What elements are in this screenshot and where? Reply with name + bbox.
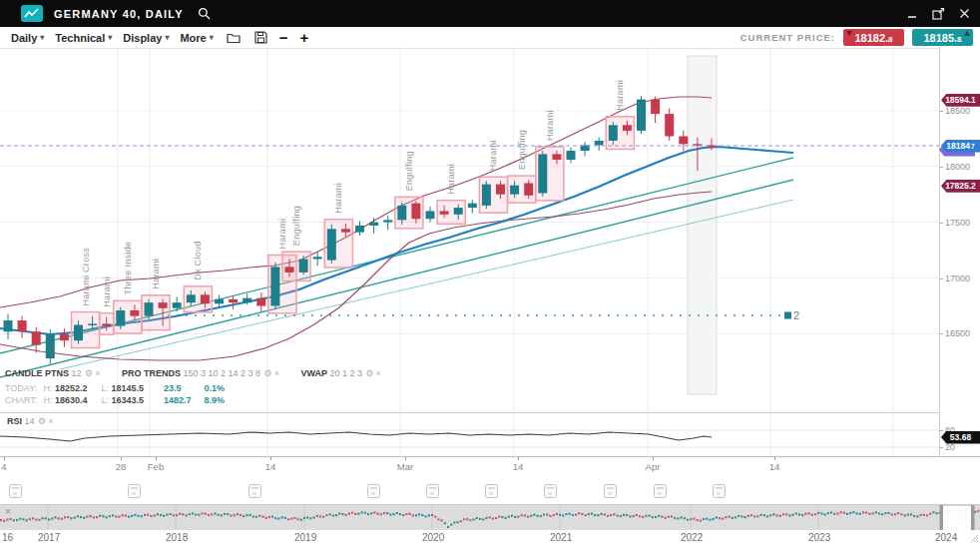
navigator-handle-right[interactable] xyxy=(971,505,975,531)
candle-body[interactable] xyxy=(426,211,435,219)
candle-body[interactable] xyxy=(256,298,265,306)
candle-body[interactable] xyxy=(187,294,196,302)
candle-body[interactable] xyxy=(46,333,55,358)
candle-body[interactable] xyxy=(60,333,69,340)
candle-body[interactable] xyxy=(623,125,632,131)
remove-indicator-icon[interactable]: × xyxy=(48,416,53,426)
calendar-event-icon[interactable] xyxy=(248,484,261,498)
close-icon[interactable] xyxy=(959,8,970,19)
time-axis[interactable]: 428Feb14Mar14Apr14 xyxy=(0,456,980,476)
candle-body[interactable] xyxy=(341,229,350,232)
navigator-series-dash xyxy=(348,513,350,515)
candle-body[interactable] xyxy=(411,204,420,220)
navigator-series-dash xyxy=(856,512,858,514)
candle-body[interactable] xyxy=(145,302,154,315)
time-tick-label: Apr xyxy=(646,461,661,472)
candle-body[interactable] xyxy=(369,223,378,226)
candle-body[interactable] xyxy=(440,211,449,214)
candle-body[interactable] xyxy=(595,141,604,145)
candle-body[interactable] xyxy=(567,151,576,160)
zoom-in-button[interactable]: + xyxy=(299,30,308,45)
candle-body[interactable] xyxy=(102,323,111,325)
gear-icon[interactable]: ⚙ xyxy=(365,368,373,378)
remove-indicator-icon[interactable]: × xyxy=(274,368,279,378)
rsi-legend[interactable]: RSI 14 ⚙× xyxy=(7,416,54,426)
sell-price-button[interactable]: 18182.8 xyxy=(843,29,904,46)
calendar-event-icon[interactable] xyxy=(485,484,498,498)
calendar-event-icon[interactable] xyxy=(544,484,557,498)
candle-body[interactable] xyxy=(299,260,308,273)
candle-body[interactable] xyxy=(88,323,97,325)
candle-body[interactable] xyxy=(637,100,646,131)
candle-body[interactable] xyxy=(383,220,392,222)
history-navigator[interactable]: × xyxy=(0,504,980,531)
vwap-indicator[interactable]: VWAP 20 1 2 3 ⚙× xyxy=(300,368,381,378)
remove-indicator-icon[interactable]: × xyxy=(95,368,100,378)
gear-icon[interactable]: ⚙ xyxy=(264,368,272,378)
candle-body[interactable] xyxy=(32,331,41,344)
candle-body[interactable] xyxy=(173,302,182,308)
calendar-event-icon[interactable] xyxy=(128,484,141,498)
calendar-event-icon[interactable] xyxy=(426,484,439,498)
navigator-selection-window[interactable] xyxy=(942,505,972,531)
navigator-close-icon[interactable]: × xyxy=(5,506,11,517)
menu-daily[interactable]: Daily▾ xyxy=(11,32,44,44)
popout-icon[interactable] xyxy=(932,8,945,20)
navigator-series-dash xyxy=(569,513,571,515)
buy-price-button[interactable]: 18185.8 xyxy=(912,29,973,46)
candle-patterns-indicator[interactable]: CANDLE PTNS 12 ⚙× xyxy=(5,368,104,378)
candle-body[interactable] xyxy=(482,185,491,206)
candle-body[interactable] xyxy=(270,267,279,305)
candle-body[interactable] xyxy=(538,154,547,193)
candle-body[interactable] xyxy=(651,100,660,115)
gear-icon[interactable]: ⚙ xyxy=(85,368,93,378)
calendar-event-icon[interactable] xyxy=(654,484,667,498)
calendar-event-icon[interactable] xyxy=(9,484,22,498)
candle-body[interactable] xyxy=(159,302,168,308)
candle-body[interactable] xyxy=(327,229,336,260)
remove-indicator-icon[interactable]: × xyxy=(376,368,381,378)
candle-body[interactable] xyxy=(510,186,519,195)
price-tick-label: 17000 xyxy=(945,274,970,283)
calendar-event-icon[interactable] xyxy=(604,484,617,498)
candle-body[interactable] xyxy=(524,183,533,195)
candle-body[interactable] xyxy=(74,325,83,341)
candle-body[interactable] xyxy=(496,185,505,195)
navigator-series-dash xyxy=(463,518,465,520)
calendar-event-icon[interactable] xyxy=(367,484,380,498)
pattern-label: Dk Cloud xyxy=(193,241,203,279)
candle-body[interactable] xyxy=(313,257,322,259)
candle-body[interactable] xyxy=(18,320,27,331)
menu-more[interactable]: More▾ xyxy=(180,32,213,44)
search-icon[interactable] xyxy=(198,7,211,20)
save-icon[interactable] xyxy=(254,31,267,44)
candle-body[interactable] xyxy=(229,299,238,302)
candle-body[interactable] xyxy=(679,136,688,144)
forecast-region[interactable] xyxy=(688,56,717,394)
price-axis[interactable]: 185001800017500170001650018594.118184717… xyxy=(939,47,980,456)
candle-body[interactable] xyxy=(215,299,224,303)
candle-body[interactable] xyxy=(130,310,139,316)
resize-handle[interactable] xyxy=(970,529,979,547)
candle-body[interactable] xyxy=(4,320,13,331)
candle-body[interactable] xyxy=(285,267,294,273)
navigator-handle-left[interactable] xyxy=(940,505,944,531)
candle-body[interactable] xyxy=(454,208,463,215)
menu-display[interactable]: Display▾ xyxy=(123,32,169,44)
candle-body[interactable] xyxy=(201,294,210,303)
candle-body[interactable] xyxy=(243,298,251,302)
calendar-event-icon[interactable] xyxy=(713,484,726,498)
candle-body[interactable] xyxy=(468,204,477,208)
candle-body[interactable] xyxy=(397,206,406,221)
menu-technical[interactable]: Technical▾ xyxy=(55,32,112,44)
minimize-icon[interactable] xyxy=(907,8,918,19)
pro-trends-indicator[interactable]: PRO TRENDS 150 3 10 2 14 2 3 8 ⚙× xyxy=(122,368,282,378)
candle-body[interactable] xyxy=(665,114,674,136)
candle-body[interactable] xyxy=(355,226,364,233)
candle-body[interactable] xyxy=(552,154,561,160)
candle-body[interactable] xyxy=(116,310,125,326)
gear-icon[interactable]: ⚙ xyxy=(38,416,46,426)
open-folder-icon[interactable] xyxy=(227,32,242,44)
zoom-out-button[interactable]: − xyxy=(279,30,288,45)
candle-body[interactable] xyxy=(609,125,618,141)
